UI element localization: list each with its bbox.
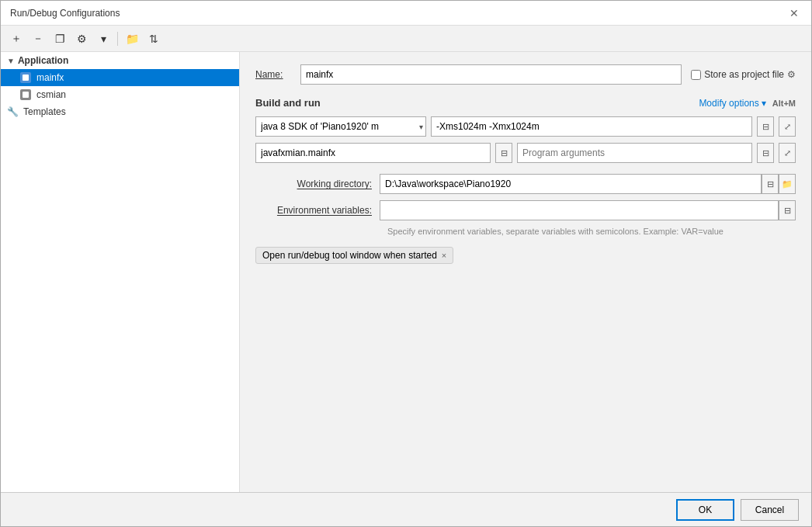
open-window-tag: Open run/debug tool window when started …	[255, 247, 453, 264]
store-project-checkbox[interactable]	[691, 70, 701, 80]
expand-arrow-icon: ▼	[7, 57, 15, 65]
open-window-tag-label: Open run/debug tool window when started	[262, 250, 437, 261]
name-label: Name:	[255, 69, 294, 80]
env-vars-row: Environment variables: ⊟	[255, 200, 796, 220]
copy-config-button[interactable]: ❐	[50, 29, 69, 48]
store-gear-icon[interactable]: ⚙	[787, 69, 796, 80]
arrow-down-button[interactable]: ▾	[94, 29, 113, 48]
working-dir-expand-button[interactable]: ⊟	[762, 174, 779, 194]
working-directory-row: Working directory: ⊟ 📁	[255, 174, 796, 194]
run-debug-dialog: Run/Debug Configurations ✕ ＋ － ❐ ⚙ ▾ 📁 ⇅…	[0, 0, 812, 527]
sort-button[interactable]: ⇅	[144, 29, 163, 48]
store-project-label: Store as project file	[704, 69, 784, 80]
close-button[interactable]: ✕	[786, 5, 802, 21]
templates-label: Templates	[23, 106, 66, 117]
working-directory-label: Working directory:	[255, 179, 380, 189]
bottom-bar: OK Cancel	[1, 492, 811, 526]
title-bar: Run/Debug Configurations ✕	[1, 1, 811, 26]
settings-button[interactable]: ⚙	[72, 29, 91, 48]
main-class-expand-button[interactable]: ⊟	[495, 143, 512, 163]
program-args-input[interactable]	[517, 143, 752, 163]
build-run-row: java 8 SDK of 'Piano1920' m ▾ ⊟ ⤢	[255, 116, 796, 137]
folder-button[interactable]: 📁	[123, 29, 141, 48]
env-vars-input[interactable]	[380, 200, 779, 220]
name-input[interactable]	[300, 64, 682, 85]
csmian-label: csmian	[36, 89, 66, 100]
sdk-select-wrapper: java 8 SDK of 'Piano1920' m ▾	[255, 116, 426, 137]
build-run-label: Build and run	[255, 97, 321, 109]
ok-button[interactable]: OK	[676, 499, 734, 521]
application-group-header[interactable]: ▼ Application	[1, 52, 239, 69]
env-vars-hint: Specify environment variables, separate …	[387, 227, 796, 236]
open-window-section: Open run/debug tool window when started …	[255, 247, 796, 264]
main-class-row: ⊟ ⊟ ⤢	[255, 143, 796, 163]
dialog-title: Run/Debug Configurations	[10, 8, 120, 19]
main-content: ▼ Application mainfx csmian 🔧 Template	[1, 52, 811, 492]
main-class-input[interactable]	[255, 143, 491, 163]
sidebar-item-templates[interactable]: 🔧 Templates	[1, 103, 239, 120]
vm-args-fullscreen-button[interactable]: ⤢	[779, 116, 796, 137]
mainfx-label: mainfx	[36, 72, 64, 83]
csmian-icon	[19, 88, 32, 101]
store-project-area: Store as project file ⚙	[691, 69, 796, 80]
sidebar: ▼ Application mainfx csmian 🔧 Template	[1, 52, 240, 492]
env-vars-label: Environment variables:	[255, 205, 380, 216]
wrench-icon: 🔧	[7, 106, 19, 117]
working-dir-browse-button[interactable]: 📁	[779, 174, 796, 194]
sidebar-item-csmian[interactable]: csmian	[1, 86, 239, 103]
application-group-label: Application	[18, 55, 68, 66]
vm-args-input[interactable]	[431, 116, 752, 137]
modify-options-button[interactable]: Modify options ▾	[699, 98, 765, 109]
working-directory-input[interactable]	[380, 174, 762, 194]
cancel-button[interactable]: Cancel	[741, 499, 799, 521]
name-row: Name: Store as project file ⚙	[255, 64, 796, 85]
sdk-select[interactable]: java 8 SDK of 'Piano1920' m	[255, 116, 426, 137]
mainfx-icon	[19, 71, 32, 84]
build-run-section-header: Build and run Modify options ▾ Alt+M	[255, 97, 796, 109]
open-window-tag-close-button[interactable]: ×	[442, 251, 446, 260]
chevron-down-icon: ▾	[762, 98, 766, 109]
env-vars-expand-button[interactable]: ⊟	[779, 200, 796, 220]
add-config-button[interactable]: ＋	[7, 29, 26, 48]
sidebar-item-mainfx[interactable]: mainfx	[1, 69, 239, 86]
modify-options-area: Modify options ▾ Alt+M	[699, 98, 796, 109]
program-args-fullscreen-button[interactable]: ⤢	[779, 143, 796, 163]
vm-args-expand-button[interactable]: ⊟	[757, 116, 774, 137]
shortcut-hint: Alt+M	[772, 99, 796, 108]
right-panel: Name: Store as project file ⚙ Build and …	[240, 52, 811, 492]
remove-config-button[interactable]: －	[29, 29, 47, 48]
program-args-expand-button[interactable]: ⊟	[757, 143, 774, 163]
toolbar: ＋ － ❐ ⚙ ▾ 📁 ⇅	[1, 26, 811, 52]
toolbar-separator	[117, 32, 118, 46]
